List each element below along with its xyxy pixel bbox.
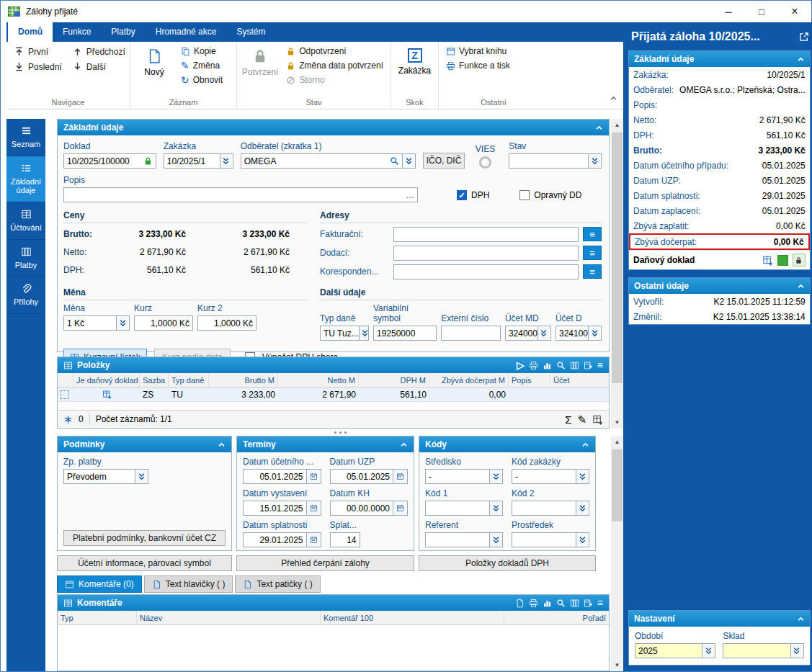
sidebar-item-seznam[interactable]: Seznam <box>6 119 45 156</box>
tab-komentare[interactable]: Komentáře (0) <box>57 575 142 593</box>
popis-more-button[interactable]: … <box>406 190 414 200</box>
row-selector[interactable] <box>61 390 69 399</box>
col-popis[interactable]: Popis <box>509 373 550 387</box>
copy-record-button[interactable]: Kopie <box>177 44 227 58</box>
referent-dropdown-button[interactable] <box>489 533 501 547</box>
first-record-button[interactable]: První <box>9 44 66 59</box>
dodaci-field[interactable] <box>393 246 579 261</box>
datum-vystaveni-field[interactable]: 15.01.2025 <box>243 501 307 516</box>
stredisko-dropdown-button[interactable] <box>489 470 501 483</box>
export-icon[interactable] <box>584 599 593 608</box>
calendar-button[interactable] <box>393 469 408 484</box>
externi-cislo-field[interactable] <box>441 326 501 341</box>
kurz2-field[interactable]: 1,0000 Kč <box>197 315 256 331</box>
odberatel-dropdown-button[interactable] <box>402 154 414 168</box>
opravny-dd-checkbox[interactable] <box>519 190 530 200</box>
right-section-header-ostatni-udaje[interactable]: Ostatní údaje <box>629 278 810 294</box>
stav-dropdown-button[interactable] <box>588 154 600 168</box>
new-record-button[interactable]: Nový <box>133 44 175 79</box>
calendar-button[interactable] <box>307 501 321 516</box>
popis-field[interactable]: … <box>63 187 418 202</box>
calendar-button[interactable] <box>393 501 408 516</box>
ribbon-tab-system[interactable]: Systém <box>226 22 275 42</box>
obdobi-dropdown-button[interactable] <box>702 644 714 658</box>
kod-zakazky-field[interactable]: - <box>512 469 589 484</box>
ribbon-collapse-button[interactable] <box>610 94 617 104</box>
tax-document-icon[interactable] <box>762 255 773 266</box>
ribbon-tab-hromadne-akce[interactable]: Hromadné akce <box>146 22 227 42</box>
columns-icon[interactable] <box>570 599 579 608</box>
col-poradi[interactable]: Pořadí <box>504 611 609 624</box>
zakazka-dropdown-button[interactable] <box>220 154 232 168</box>
zp-platby-field[interactable]: Převodem <box>63 469 148 484</box>
variabilni-symbol-field[interactable]: 19250000 <box>373 326 437 341</box>
scroll-up-button[interactable]: ▲ <box>611 436 623 448</box>
kurz-field[interactable]: 1,0000 Kč <box>134 315 193 331</box>
datum-splatnosti-field[interactable]: 29.01.2025 <box>243 532 307 547</box>
change-confirm-date-button[interactable]: Změna data potvrzení <box>282 58 388 73</box>
stredisko-field[interactable]: - <box>425 469 503 484</box>
next-record-button[interactable]: Další <box>68 59 130 74</box>
col-komentar-100[interactable]: Komentář 100 <box>321 611 504 624</box>
col-nazev[interactable]: Název <box>137 611 321 624</box>
fakturacni-field[interactable] <box>393 227 579 242</box>
sklad-field[interactable] <box>723 643 803 658</box>
jump-to-order-button[interactable]: ZZakázka <box>394 44 435 77</box>
zakazka-field[interactable]: 10/2025/1 <box>164 153 233 169</box>
tab-text-paticky[interactable]: Text patičky ( ) <box>235 575 320 593</box>
horizontal-splitter[interactable] <box>57 429 623 436</box>
referent-field[interactable] <box>425 532 503 547</box>
obdobi-field[interactable]: 2025 <box>635 643 715 658</box>
prostredek-field[interactable] <box>512 532 589 547</box>
ribbon-tab-platby[interactable]: Platby <box>101 22 145 42</box>
panel-header-terminy[interactable]: Termíny <box>237 436 414 452</box>
col-netto-m[interactable]: Netto M <box>278 373 359 387</box>
sidebar-item-uctovani[interactable]: Účtování <box>6 202 45 240</box>
ucet-d-dropdown-button[interactable] <box>588 326 600 340</box>
korespondencni-menu-button[interactable]: ≡ <box>583 264 602 279</box>
run-icon[interactable]: ▷ <box>517 360 525 370</box>
kod2-field[interactable] <box>512 501 589 516</box>
col-zbyva-docerpat-m[interactable]: Zbývá dočerpat M <box>429 373 509 387</box>
typ-dane-dropdown-button[interactable] <box>359 326 369 340</box>
menu-icon[interactable]: ≡ <box>597 598 603 608</box>
chart-icon[interactable] <box>543 361 552 370</box>
col-typ[interactable]: Typ <box>58 611 137 624</box>
scroll-thumb[interactable] <box>612 449 623 521</box>
col-dph-m[interactable]: DPH M <box>359 373 429 387</box>
mena-field[interactable]: 1 Kč <box>63 315 130 331</box>
unconfirm-button[interactable]: Odpotvrzení <box>282 44 388 58</box>
typ-dane-field[interactable]: TU Tuz... <box>320 326 369 341</box>
dodaci-menu-button[interactable]: ≡ <box>583 246 602 260</box>
kod1-dropdown-button[interactable] <box>489 501 501 515</box>
chart-icon[interactable] <box>543 599 552 608</box>
datum-kh-field[interactable]: 00.00.0000 <box>330 501 394 516</box>
polozky-dokladu-dph-button[interactable]: Položky dokladů DPH <box>419 555 596 571</box>
edit-item-icon[interactable]: ✎ <box>577 414 586 425</box>
col-sazba[interactable]: Sazba <box>140 373 169 387</box>
confirm-button[interactable]: Potvrzení <box>240 44 280 79</box>
search-icon[interactable] <box>556 599 566 608</box>
tab-text-hlavicky[interactable]: Text hlavičky ( ) <box>144 575 233 593</box>
korespondencni-field[interactable] <box>393 264 579 279</box>
right-section-header-nastaveni[interactable]: Nastavení <box>629 611 810 627</box>
last-record-button[interactable]: Poslední <box>9 59 66 74</box>
prostredek-dropdown-button[interactable] <box>576 533 588 547</box>
close-button[interactable]: × <box>778 1 811 22</box>
col-je-danovy-doklad[interactable]: Je daňový doklad <box>73 373 140 387</box>
kod2-dropdown-button[interactable] <box>576 501 588 515</box>
calendar-button[interactable] <box>307 532 321 547</box>
col-typ-dane[interactable]: Typ daně <box>169 373 209 387</box>
ucetni-informace-button[interactable]: Účetní informace, párovací symbol <box>57 555 232 571</box>
section-header-zakladni-udaje[interactable]: Základní údaje <box>58 120 609 135</box>
scroll-track[interactable] <box>611 131 623 416</box>
mena-dropdown-button[interactable] <box>116 316 128 330</box>
previous-record-button[interactable]: Předchozí <box>68 44 130 59</box>
sidebar-item-zakladni-udaje[interactable]: Základní údaje <box>6 156 45 202</box>
ucet-md-dropdown-button[interactable] <box>537 326 550 340</box>
refresh-record-button[interactable]: ↻Obnovit <box>177 73 227 87</box>
kod-zakazky-dropdown-button[interactable] <box>576 470 588 483</box>
ribbon-tab-funkce[interactable]: Funkce <box>53 22 101 42</box>
edit-record-button[interactable]: ✎Změna <box>177 58 227 73</box>
scroll-up-button[interactable]: ▲ <box>611 119 623 131</box>
